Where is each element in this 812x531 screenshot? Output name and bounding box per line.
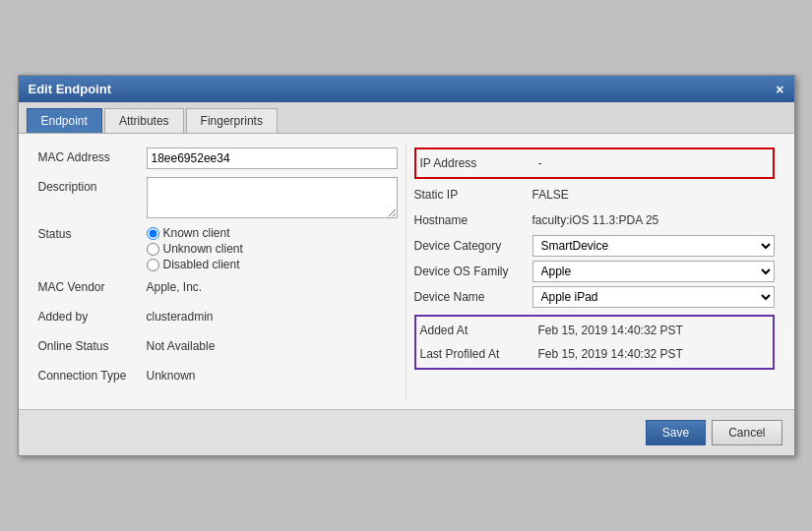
added-by-row: Added by clusteradmin xyxy=(38,307,398,330)
device-category-select-wrap: SmartDevice xyxy=(532,235,775,257)
added-by-label: Added by xyxy=(38,307,147,324)
device-os-family-select-wrap: Apple xyxy=(532,261,775,282)
mac-vendor-value: Apple, Inc. xyxy=(147,277,398,294)
last-profiled-row: Last Profiled At Feb 15, 2019 14:40:32 P… xyxy=(420,342,769,366)
device-os-family-label: Device OS Family xyxy=(414,265,532,278)
static-ip-label: Static IP xyxy=(414,188,532,202)
mac-vendor-row: MAC Vendor Apple, Inc. xyxy=(38,277,398,301)
status-radio-group: Known client Unknown client Disabled cli… xyxy=(147,224,398,271)
added-at-label: Added At xyxy=(420,324,538,337)
added-at-row: Added At Feb 15, 2019 14:40:32 PST xyxy=(420,319,769,342)
status-label: Status xyxy=(38,224,147,241)
mac-address-input[interactable] xyxy=(147,148,398,169)
online-status-label: Online Status xyxy=(38,336,147,353)
added-by-value: clusteradmin xyxy=(147,307,398,324)
device-name-label: Device Name xyxy=(414,290,532,304)
device-category-row: Device Category SmartDevice xyxy=(414,234,775,258)
status-row: Status Known client Unknown client Di xyxy=(38,224,398,271)
hostname-value: faculty:iOS 11.3:PDA 25 xyxy=(532,213,775,227)
tab-endpoint[interactable]: Endpoint xyxy=(27,108,102,133)
status-disabled[interactable]: Disabled client xyxy=(147,258,398,271)
ip-address-label: IP Address xyxy=(420,156,538,170)
left-column: MAC Address Description Status Known cli… xyxy=(31,144,406,399)
online-status-row: Online Status Not Available xyxy=(38,336,398,360)
ip-address-highlight: IP Address - xyxy=(414,148,775,179)
device-category-label: Device Category xyxy=(414,239,532,253)
tab-bar: Endpoint Attributes Fingerprints xyxy=(19,102,794,134)
form-grid: MAC Address Description Status Known cli… xyxy=(31,144,782,399)
tab-attributes[interactable]: Attributes xyxy=(104,108,184,133)
last-profiled-label: Last Profiled At xyxy=(420,347,538,361)
device-name-select-wrap: Apple iPad xyxy=(532,286,775,308)
device-name-select[interactable]: Apple iPad xyxy=(532,286,775,308)
mac-vendor-label: MAC Vendor xyxy=(38,277,147,294)
device-os-family-select[interactable]: Apple xyxy=(532,261,775,282)
right-fields: IP Address - Static IP FALSE Hostname fa… xyxy=(414,148,775,370)
mac-address-row: MAC Address xyxy=(38,148,398,171)
mac-address-label: MAC Address xyxy=(38,148,147,164)
device-os-family-row: Device OS Family Apple xyxy=(414,260,775,283)
time-highlight: Added At Feb 15, 2019 14:40:32 PST Last … xyxy=(414,315,775,370)
status-unknown-radio[interactable] xyxy=(147,243,159,256)
right-column: IP Address - Static IP FALSE Hostname fa… xyxy=(406,144,782,399)
status-known[interactable]: Known client xyxy=(147,226,398,240)
hostname-row: Hostname faculty:iOS 11.3:PDA 25 xyxy=(414,208,775,232)
description-input[interactable] xyxy=(147,177,398,218)
status-disabled-label: Disabled client xyxy=(163,258,240,271)
online-status-value: Not Available xyxy=(147,336,398,353)
ip-address-row: IP Address - xyxy=(420,151,769,175)
save-button[interactable]: Save xyxy=(646,420,706,445)
connection-type-row: Connection Type Unknown xyxy=(38,366,398,389)
connection-type-value: Unknown xyxy=(147,366,398,383)
tab-fingerprints[interactable]: Fingerprints xyxy=(186,108,278,133)
ip-address-value: - xyxy=(538,156,769,170)
dialog-title: Edit Endpoint xyxy=(29,82,111,96)
status-unknown-label: Unknown client xyxy=(163,242,243,256)
status-known-label: Known client xyxy=(163,226,230,240)
added-at-value: Feb 15, 2019 14:40:32 PST xyxy=(538,324,769,337)
description-row: Description xyxy=(38,177,398,218)
device-name-row: Device Name Apple iPad xyxy=(414,285,775,309)
static-ip-value: FALSE xyxy=(532,188,775,202)
last-profiled-value: Feb 15, 2019 14:40:32 PST xyxy=(538,347,769,361)
cancel-button[interactable]: Cancel xyxy=(712,420,781,445)
status-known-radio[interactable] xyxy=(147,227,159,240)
form-content: MAC Address Description Status Known cli… xyxy=(19,134,794,409)
description-label: Description xyxy=(38,177,147,194)
connection-type-label: Connection Type xyxy=(38,366,147,383)
dialog-title-bar: Edit Endpoint × xyxy=(19,76,794,102)
dialog-footer: Save Cancel xyxy=(19,409,794,455)
static-ip-row: Static IP FALSE xyxy=(414,183,775,206)
device-category-select[interactable]: SmartDevice xyxy=(532,235,775,257)
hostname-label: Hostname xyxy=(414,213,532,227)
status-disabled-radio[interactable] xyxy=(147,259,159,271)
close-icon[interactable]: × xyxy=(776,83,783,96)
status-unknown[interactable]: Unknown client xyxy=(147,242,398,256)
edit-endpoint-dialog: Edit Endpoint × Endpoint Attributes Fing… xyxy=(18,75,795,456)
